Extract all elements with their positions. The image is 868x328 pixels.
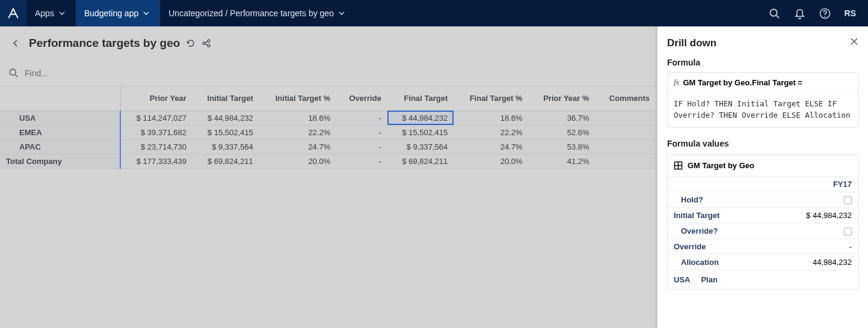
chevron-down-icon [143,10,149,16]
bell-icon[interactable] [794,7,806,19]
svg-point-0 [770,9,777,16]
svg-point-2 [825,16,826,17]
value-row-value[interactable] [763,223,858,238]
nav-app-name[interactable]: Budgeting app [76,0,160,26]
formula-box: fx GM Target by Geo.Final Target = IF Ho… [667,72,858,128]
formula-body[interactable]: IF Hold? THEN Initial Target ELSE IF Ove… [668,93,858,127]
fx-icon: fx [674,77,679,87]
value-row-label: Hold? [668,192,763,207]
close-icon[interactable] [849,36,860,47]
values-column-label: FY17 [763,177,858,192]
nav-breadcrumb[interactable]: Uncategorized / Performance targets by g… [160,0,356,26]
value-row-value[interactable]: - [763,238,858,254]
nav-apps-label: Apps [35,8,54,18]
formula-heading: Formula [667,58,858,67]
drill-title: Drill down [667,37,858,49]
nav-apps[interactable]: Apps [26,0,76,26]
module-name: GM Target by Geo [688,161,754,170]
value-row-value[interactable] [763,192,858,207]
search-icon[interactable] [769,7,781,19]
drill-down-panel: Drill down Formula fx GM Target by Geo.F… [657,26,868,328]
values-footer: USAPlan [668,270,858,289]
value-row-label: Override [668,238,763,254]
formula-name: GM Target by Geo.Final Target = [683,78,802,87]
value-row-value[interactable]: 44,984,232 [763,254,858,270]
chevron-down-icon [339,10,345,16]
value-row-label: Allocation [668,254,763,270]
checkbox[interactable] [844,228,852,235]
breadcrumb-label: Uncategorized / Performance targets by g… [168,8,334,18]
top-nav: Apps Budgeting app Uncategorized / Perfo… [0,0,868,26]
help-icon[interactable] [819,7,831,19]
footer-tag: Plan [701,275,717,284]
footer-tag: USA [674,275,690,284]
app-logo[interactable] [0,0,26,26]
nav-app-label: Budgeting app [84,8,138,18]
value-row-label: Override? [668,223,763,238]
chevron-down-icon [59,10,65,16]
checkbox[interactable] [844,196,852,204]
formula-values-box: GM Target by Geo FY17 Hold?Initial Targe… [667,154,858,290]
values-heading: Formula values [667,139,858,148]
value-row-label: Initial Target [668,207,763,223]
grid-icon [674,161,683,170]
user-avatar[interactable]: RS [845,8,856,18]
value-row-value[interactable]: $ 44,984,232 [763,207,858,223]
